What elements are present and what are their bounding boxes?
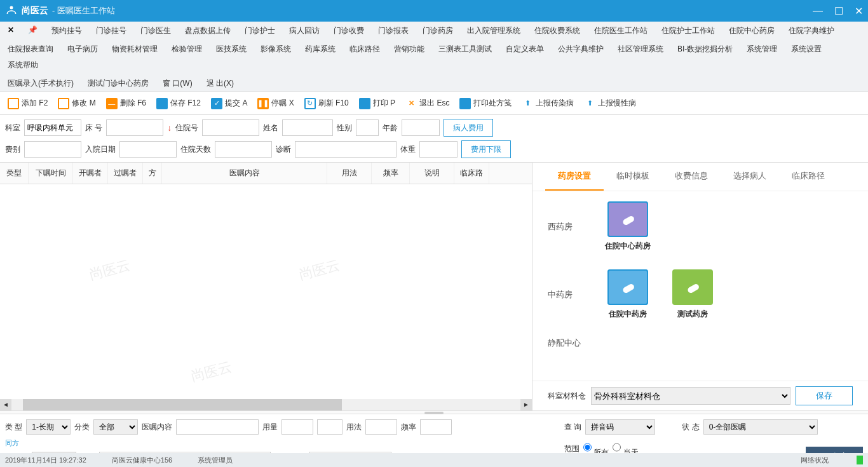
grid-col-header[interactable]: 临床路 bbox=[454, 163, 489, 184]
rx-button[interactable]: 打印处方笺 bbox=[457, 97, 514, 111]
menu-item[interactable]: 药库系统 bbox=[302, 43, 338, 56]
inpatient-no-field[interactable] bbox=[202, 119, 259, 136]
dept-field[interactable] bbox=[24, 119, 81, 136]
order-content-field[interactable] bbox=[176, 419, 259, 435]
diag-field[interactable] bbox=[295, 141, 397, 158]
age-field[interactable] bbox=[402, 119, 440, 136]
pharmacy-item[interactable]: 住院中心药房 bbox=[605, 201, 651, 252]
order-type-select[interactable]: 1-长期 bbox=[26, 419, 71, 435]
menu-item[interactable]: 影像系统 bbox=[258, 43, 294, 56]
pharmacy-item[interactable]: 住院中药房 bbox=[605, 269, 651, 320]
menu-item[interactable]: 门诊护士 bbox=[242, 24, 278, 37]
maximize-button[interactable]: ☐ bbox=[834, 5, 843, 17]
horizontal-scrollbar[interactable]: ◄ ► bbox=[0, 399, 532, 410]
print-button[interactable]: 打印 P bbox=[356, 97, 398, 111]
menu-item[interactable]: 窗 口(W) bbox=[160, 77, 195, 90]
menu-item[interactable]: 住院护士工作站 bbox=[659, 24, 717, 37]
weight-field[interactable] bbox=[419, 141, 458, 158]
menu-item[interactable]: 住院报表查询 bbox=[5, 43, 56, 56]
grid-col-header[interactable]: 频率 bbox=[372, 163, 410, 184]
menu-item[interactable]: 临床路径 bbox=[347, 43, 383, 56]
grid-col-header[interactable]: 医嘱内容 bbox=[162, 163, 327, 184]
grid-col-header[interactable]: 下嘱时间 bbox=[29, 163, 73, 184]
patient-fee-button[interactable]: 病人费用 bbox=[444, 119, 493, 137]
scroll-right-button[interactable]: ► bbox=[520, 399, 532, 410]
menu-item[interactable]: 系统管理 bbox=[744, 43, 780, 56]
del-button[interactable]: —删除 F6 bbox=[104, 97, 149, 111]
menu-item[interactable]: 测试门诊中心药房 bbox=[85, 77, 151, 90]
scroll-thumb[interactable] bbox=[23, 399, 342, 410]
edit-button[interactable]: 修改 M bbox=[55, 97, 98, 111]
admit-date-field[interactable] bbox=[119, 141, 177, 158]
menu-item[interactable]: 盘点数据上传 bbox=[182, 24, 233, 37]
menu-item[interactable]: 门诊挂号 bbox=[93, 24, 129, 37]
tab-3[interactable]: 选择病人 bbox=[721, 163, 779, 191]
menu-item[interactable]: 系统设置 bbox=[789, 43, 824, 56]
freq-field[interactable] bbox=[420, 419, 452, 435]
tab-4[interactable]: 临床路径 bbox=[779, 163, 837, 191]
menu-item[interactable]: 住院中心药房 bbox=[726, 24, 777, 37]
menu-item[interactable]: 住院字典维护 bbox=[786, 24, 837, 37]
close-button[interactable]: ✕ bbox=[855, 5, 863, 17]
menu-item[interactable]: 医嘱录入(手术执行) bbox=[5, 77, 76, 90]
grid-col-header[interactable]: 开嘱者 bbox=[73, 163, 108, 184]
dose-field[interactable] bbox=[281, 419, 313, 435]
days-field[interactable] bbox=[215, 141, 272, 158]
menu-item[interactable]: 系统帮助 bbox=[5, 58, 41, 72]
grid-body[interactable]: 尚医云 尚医云 尚医云 bbox=[0, 184, 532, 399]
usage-field[interactable] bbox=[365, 419, 397, 435]
bed-field[interactable] bbox=[106, 119, 163, 136]
category-select[interactable]: 全部 bbox=[93, 419, 138, 435]
menu-item[interactable]: 门诊收费 bbox=[331, 24, 367, 37]
material-store-select[interactable]: 骨外科科室材料仓 bbox=[591, 387, 790, 405]
pause-button[interactable]: ❚❚停嘱 X bbox=[255, 97, 296, 111]
query-select[interactable]: 拼音码 bbox=[585, 419, 655, 435]
menu-item[interactable]: 门诊药房 bbox=[420, 24, 456, 37]
submit-button[interactable]: ✓提交 A bbox=[208, 97, 250, 111]
menu-item[interactable]: 住院医生工作站 bbox=[592, 24, 650, 37]
tab-2[interactable]: 收费信息 bbox=[662, 163, 721, 191]
grid-col-header[interactable]: 方 bbox=[143, 163, 162, 184]
same-rx-link[interactable]: 同方 bbox=[5, 438, 20, 448]
tab-1[interactable]: 临时模板 bbox=[604, 163, 662, 191]
sort-icon[interactable]: ↓ bbox=[167, 123, 172, 133]
menu-item[interactable]: 自定义表单 bbox=[503, 43, 546, 56]
name-field[interactable] bbox=[282, 119, 333, 136]
pharmacy-item[interactable]: 测试药房 bbox=[670, 269, 715, 320]
fee-type-field[interactable] bbox=[24, 141, 81, 158]
menu-item[interactable]: 三测表工具测试 bbox=[436, 43, 494, 56]
tab-close-icon[interactable]: ✕ bbox=[5, 24, 17, 37]
add-button[interactable]: 添加 F2 bbox=[5, 97, 50, 111]
exit-button[interactable]: ✕退出 Esc bbox=[403, 97, 452, 111]
menu-item[interactable]: 社区管理系统 bbox=[615, 43, 666, 56]
menu-item[interactable]: 公共字典维护 bbox=[555, 43, 606, 56]
pharmacy-save-button[interactable]: 保存 bbox=[796, 386, 853, 405]
menu-item[interactable]: 出入院管理系统 bbox=[465, 24, 523, 37]
menu-item[interactable]: 医技系统 bbox=[214, 43, 249, 56]
reportInf-button[interactable]: ⬆上报传染病 bbox=[519, 97, 576, 111]
fee-limit-button[interactable]: 费用下限 bbox=[461, 140, 511, 158]
menu-item[interactable]: 物资耗材管理 bbox=[109, 43, 160, 56]
tab-0[interactable]: 药房设置 bbox=[545, 163, 604, 191]
menu-item[interactable]: 住院收费系统 bbox=[532, 24, 583, 37]
refresh-button[interactable]: ↻刷新 F10 bbox=[302, 97, 351, 111]
grid-col-header[interactable]: 说明 bbox=[410, 163, 454, 184]
menu-item[interactable]: 门诊报表 bbox=[376, 24, 411, 37]
minimize-button[interactable]: — bbox=[813, 5, 823, 17]
menu-item[interactable]: 退 出(X) bbox=[204, 77, 236, 90]
menu-item[interactable]: 检验管理 bbox=[169, 43, 205, 56]
reportChr-button[interactable]: ⬆上报慢性病 bbox=[581, 97, 639, 111]
save-button[interactable]: 保存 F12 bbox=[154, 97, 203, 111]
menu-item[interactable]: 营销功能 bbox=[391, 43, 427, 56]
menu-item[interactable]: 病人回访 bbox=[287, 24, 322, 37]
grid-col-header[interactable]: 过嘱者 bbox=[108, 163, 143, 184]
sex-field[interactable] bbox=[356, 119, 379, 136]
menu-item[interactable]: 预约挂号 bbox=[49, 24, 85, 37]
pin-icon[interactable]: 📌 bbox=[25, 24, 40, 37]
dose-unit-field[interactable] bbox=[317, 419, 342, 435]
menu-item[interactable]: BI-数据挖掘分析 bbox=[675, 43, 735, 56]
status-select[interactable]: 0-全部医嘱 bbox=[703, 419, 818, 435]
grid-col-header[interactable]: 类型 bbox=[0, 163, 29, 184]
menu-item[interactable]: 门诊医生 bbox=[138, 24, 173, 37]
scroll-left-button[interactable]: ◄ bbox=[0, 399, 11, 410]
